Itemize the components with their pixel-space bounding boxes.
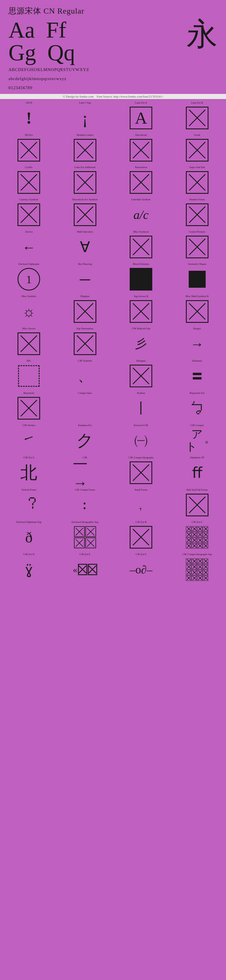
cell-bopomofo: Bopomofo [1, 390, 57, 422]
cell-enclosed-alphanum-sup: Enclosed Alphanum Sup ð [1, 519, 57, 551]
cell-cjk-ext-a: CJK Ext A 北 [1, 455, 57, 487]
symbol-cjk-ext-a: 北 [17, 461, 41, 485]
label-enclosed-ideographic-sup: Enclosed Ideographic Sup [72, 520, 98, 525]
label-ascii: ASCII [25, 101, 32, 105]
cell-idc: IDC [1, 358, 57, 390]
label-modifier-letters: Modifier Letters [77, 134, 93, 137]
cell-cjk-compat-ideographs: CJK Compat Ideographs [113, 455, 169, 487]
symbol-bopomofo [17, 396, 41, 420]
label-block-elements: Block Elements [133, 262, 149, 267]
label-cjk-ext-b: CJK Ext B [136, 520, 147, 525]
cell-geometric-shapes: Geometric Shapes [169, 261, 225, 293]
symbol-cjk-compat-ideographs [129, 461, 153, 485]
copyright-text: © Design by fontke.com [63, 95, 94, 98]
symbol-katakana-ext: ク [73, 428, 97, 453]
cell-misc-symbols: Misc Symbols ☼ [1, 294, 57, 325]
symbol-cjk-symbols: 、 [73, 364, 97, 388]
big-letters-row1: Aa Ff [8, 19, 75, 41]
cell-katakana-ext: Katakana Ext ク [57, 423, 113, 454]
label-ipa-ext: IPA Ext [25, 134, 33, 137]
symbol-vertical-forms: ︖ [17, 493, 41, 517]
label-cjk-compat-ideographs: CJK Compat Ideographs [128, 456, 154, 460]
label-enclosed-alphanum-sup: Enclosed Alphanum Sup [16, 520, 41, 525]
cell-kangxi: Kangxi → [169, 326, 225, 358]
symbol-cjk-ext-f: –o∂– [129, 557, 153, 582]
alphabet-upper: ABCDEFGHIJKLMNOPQRSTUVWXYZ [8, 66, 218, 73]
symbol-ascii: ! [17, 106, 41, 130]
symbol-ipa-ext [17, 138, 41, 162]
symbol-sup-punctuation [73, 332, 97, 356]
symbol-box-drawing: ─ [73, 267, 97, 291]
label-currency-symbols: Currency Symbols [19, 198, 38, 202]
symbol-half-full-forms [185, 493, 209, 517]
cell-diacriticals-symbols: Diacriticals For Symbols [57, 197, 113, 229]
symbol-small-forms: ﹐ [129, 493, 153, 517]
label-enclosed-alphanum: Enclosed Alphanum [19, 262, 39, 267]
label-enclosed-cjk: Enclosed CJK [134, 424, 148, 428]
symbol-block-elements [129, 267, 153, 291]
cell-greek: Greek [169, 132, 225, 164]
cell-latin-ext-additional: Latin Ext Additional [57, 165, 113, 196]
cell-currency-symbols: Currency Symbols [1, 197, 57, 229]
cell-ipa-ext: IPA Ext [1, 132, 57, 164]
cell-block-elements: Block Elements [113, 261, 169, 293]
cell-cjk-compat-ideographs-sup: CJK Compat Ideographs Sup [169, 552, 225, 583]
symbol-geometric-shapes [185, 267, 209, 291]
label-punctuation: Punctuation [135, 166, 147, 170]
label-katakana: Katakana [192, 359, 202, 363]
symbol-cjk: 一→ [73, 461, 97, 485]
kanji-character: 永 [186, 19, 218, 50]
cell-control-pictures: Control Pictures [169, 229, 225, 261]
cell-half-full-forms: Half And Full Forms [169, 487, 225, 519]
cell-bopomofo-ext: Bopomofo Ext ㆠ [169, 390, 225, 422]
symbol-cjk-compat: アト゜ [185, 428, 209, 453]
cell-katakana: Katakana 〓 [169, 358, 225, 390]
cell-cjk: CJK 一→ [57, 455, 113, 487]
cell-latin-ext-b: Latin Ext B [169, 100, 225, 132]
label-cjk-radicals-sup: CJK Radicals Sup [132, 327, 150, 331]
symbol-cjk-radicals-sup: 彡 [129, 332, 153, 356]
label-compat-jamo: Compat Jamo [78, 391, 92, 396]
symbol-latin1sup: ¡ [73, 106, 97, 130]
label-latin-ext-a: Latin Ext A [135, 101, 147, 105]
symbol-misc-math-b [185, 299, 209, 324]
label-greek: Greek [194, 134, 200, 137]
cell-math-operators: Math Operators ∀ [57, 229, 113, 261]
label-cjk-ext-d: CJK Ext D [23, 553, 35, 557]
alphabet-lower: abcdefghijklmnopqrstuvwxyz [8, 75, 218, 82]
cell-cjk-ext-e: CJK Ext E « [57, 552, 113, 583]
glyph-grid-section: ASCII ! Latin 1 Sup ¡ Latin Ext A A Lati… [0, 99, 226, 584]
symbol-cjk-ext-e: « [73, 557, 97, 582]
cell-letterlike-symbols: Letterlike Symbols a/c [113, 197, 169, 229]
label-hiragana: Hiragana [136, 359, 146, 363]
cell-hiragana: Hiragana [113, 358, 169, 390]
cell-cjk-strokes: CJK Strokes ㇀ [1, 423, 57, 454]
cell-compat-jamo: Compat Jamo ゝ [57, 390, 113, 422]
cell-enclosed-cjk: Enclosed CJK ㈠ [113, 423, 169, 454]
symbol-cjk-compat-forms: ︰ [73, 493, 97, 517]
header-section: 思源宋体 CN Regular Aa Ff Gg Qq 永 ABCDEFGHIJ… [0, 0, 226, 94]
cell-vertical-forms: Vertical Forms ︖ [1, 487, 57, 519]
symbol-cjk-ext-b [129, 525, 153, 549]
label-cjk-strokes: CJK Strokes [23, 424, 35, 428]
label-geometric-shapes: Geometric Shapes [188, 262, 207, 267]
cell-super-sub: Super And Sub [169, 165, 225, 196]
label-diacriticals: Diacriticals [135, 134, 147, 137]
label-vertical-forms: Vertical Forms [22, 488, 36, 492]
cell-cyrillic: Cyrillic [1, 165, 57, 196]
cell-cjk-compat-forms: CJK Compat Forms ︰ [57, 487, 113, 519]
cell-cjk-ext-f: CJK Ext F –o∂– [113, 552, 169, 583]
symbol-cjk-ext-d: ɣ̈ [17, 557, 41, 582]
cell-enclosed-ideographic-sup: Enclosed Ideographic Sup [57, 519, 113, 551]
label-kangxi: Kangxi [193, 327, 201, 331]
label-idc: IDC [27, 359, 32, 363]
copyright-bar: © Design by fontke.com Font Source: http… [0, 94, 226, 99]
cell-latin-ext-a: Latin Ext A A [113, 100, 169, 132]
label-arrows: Arrows [25, 230, 33, 234]
cell-cjk-ext-d: CJK Ext D ɣ̈ [1, 552, 57, 583]
symbol-super-sub [185, 170, 209, 195]
symbol-cjk-compat-ideographs-sup [185, 557, 209, 582]
symbol-number-forms [185, 202, 209, 227]
symbol-enclosed-cjk: ㈠ [129, 428, 153, 453]
symbol-currency-symbols [17, 202, 41, 227]
